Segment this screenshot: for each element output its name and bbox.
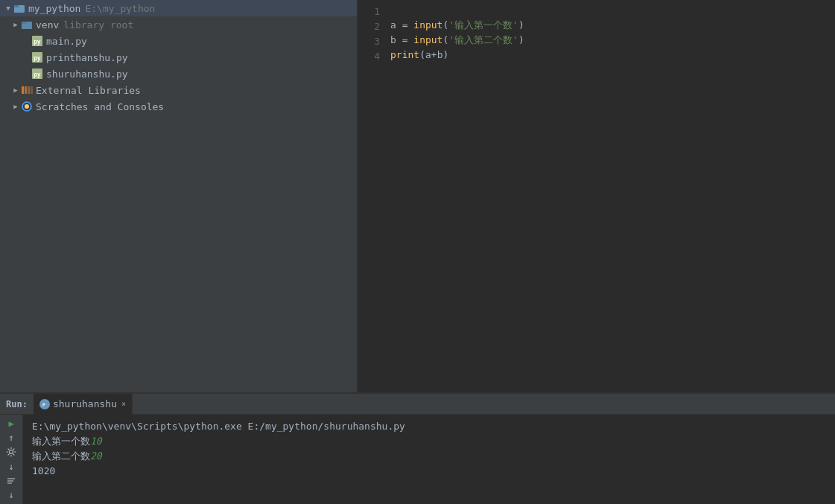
bottom-content: ▶ ↑ ↓ ↓ E:\my_python\venv\Scripts\python… <box>0 415 835 504</box>
scratches-expand-arrow <box>10 101 21 112</box>
project-expand-arrow <box>3 3 13 13</box>
bottom-panel: Run: P shuruhanshu × ▶ ↑ ↓ <box>0 392 835 504</box>
tab-python-icon: P <box>39 399 50 409</box>
svg-rect-3 <box>22 22 26 24</box>
main-label: main.py <box>46 36 87 47</box>
code-punc-4: ) <box>518 33 524 48</box>
editor-content[interactable]: 1 2 3 4 a = input ( '输入第一个数' ) <box>358 0 835 392</box>
scroll-up-button[interactable]: ↑ <box>3 432 19 443</box>
code-line-3: b = input ( '输入第二个数' ) <box>390 33 835 48</box>
scratches-icon <box>21 101 33 112</box>
extlib-icon <box>21 84 33 96</box>
sidebar-item-project[interactable]: my_python E:\my_python <box>0 0 357 16</box>
project-path-label: E:\my_python <box>85 3 155 14</box>
code-punc-6: ) <box>442 48 448 63</box>
code-var-b2: b <box>437 48 443 63</box>
svg-text:py: py <box>34 71 41 78</box>
settings-button[interactable] <box>3 447 19 458</box>
code-punc-3: ( <box>442 33 448 48</box>
wrap-button[interactable] <box>3 475 19 486</box>
venv-sublabel: library root <box>63 19 133 31</box>
line-num-3: 3 <box>358 34 380 49</box>
user-input-1: 10 <box>90 436 102 447</box>
console-input-line-1: 输入第一个数10 <box>32 434 826 449</box>
extlib-label: External Libraries <box>36 85 141 96</box>
sidebar: my_python E:\my_python venv library root… <box>0 0 358 392</box>
svg-rect-10 <box>22 86 24 94</box>
svg-rect-11 <box>25 86 27 94</box>
code-str-1: '输入第一个数' <box>448 18 518 33</box>
run-play-button[interactable]: ▶ <box>3 418 19 429</box>
svg-point-18 <box>10 450 13 454</box>
code-var-a2: a <box>425 48 431 63</box>
svg-text:py: py <box>34 55 41 62</box>
code-punc-5: ( <box>419 48 425 63</box>
code-op-1: = <box>396 18 413 33</box>
extlib-expand-arrow <box>10 85 21 95</box>
code-line-2: a = input ( '输入第一个数' ) <box>390 18 835 33</box>
code-op-2: = <box>396 33 413 48</box>
sidebar-item-scratches[interactable]: Scratches and Consoles <box>0 98 357 115</box>
svg-point-15 <box>25 104 29 109</box>
venv-label: venv <box>36 19 59 31</box>
svg-rect-1 <box>14 5 19 7</box>
run-tab-shuruhanshu[interactable]: P shuruhanshu × <box>34 394 133 415</box>
code-punc-1: ( <box>442 18 448 33</box>
user-input-2: 20 <box>90 450 102 462</box>
svg-text:P: P <box>42 402 45 407</box>
line-num-4: 4 <box>358 49 380 64</box>
line-num-1: 1 <box>358 4 380 19</box>
main-py-icon: py <box>31 35 43 47</box>
pin-button[interactable]: ↓ <box>3 490 19 501</box>
project-folder-icon <box>13 2 25 14</box>
printhanshu-label: printhanshu.py <box>46 52 128 63</box>
code-editor[interactable]: a = input ( '输入第一个数' ) b = input ( '输入第二… <box>387 3 835 392</box>
code-var-b: b <box>390 33 396 48</box>
console-result-line: 1020 <box>32 464 826 479</box>
svg-text:py: py <box>34 39 41 45</box>
run-label: Run: <box>0 399 34 409</box>
code-line-4: print ( a + b ) <box>390 48 835 63</box>
sidebar-item-extlib[interactable]: External Libraries <box>0 82 357 98</box>
code-fn-print: print <box>390 48 419 63</box>
sidebar-item-main[interactable]: py main.py <box>0 33 357 49</box>
code-fn-input-2: input <box>413 33 442 48</box>
run-tab-bar: Run: P shuruhanshu × <box>0 394 835 415</box>
svg-rect-12 <box>28 86 30 94</box>
venv-folder-icon <box>21 19 33 31</box>
console-cmd-line: E:\my_python\venv\Scripts\python.exe E:/… <box>32 419 826 434</box>
console-input-line-2: 输入第二个数20 <box>32 449 826 464</box>
code-punc-2: ) <box>518 18 524 33</box>
tab-name-label: shuruhanshu <box>53 398 117 409</box>
code-line-1 <box>390 3 835 18</box>
tab-close-button[interactable]: × <box>121 400 126 408</box>
line-num-2: 2 <box>358 19 380 34</box>
bottom-toolbar: ▶ ↑ ↓ ↓ <box>0 415 23 504</box>
code-str-2: '输入第二个数' <box>448 33 518 48</box>
svg-rect-13 <box>31 86 33 94</box>
code-fn-input-1: input <box>413 18 442 33</box>
sidebar-item-shuruhanshu[interactable]: py shuruhanshu.py <box>0 66 357 82</box>
shuruhanshu-py-icon: py <box>31 68 43 80</box>
line-numbers: 1 2 3 4 <box>358 3 387 392</box>
code-var-a: a <box>390 18 396 33</box>
project-name-label: my_python <box>28 3 80 14</box>
scroll-down-button[interactable]: ↓ <box>3 461 19 472</box>
main-area: my_python E:\my_python venv library root… <box>0 0 835 392</box>
printhanshu-py-icon: py <box>31 51 43 63</box>
shuruhanshu-label: shuruhanshu.py <box>46 68 128 80</box>
sidebar-item-venv[interactable]: venv library root <box>0 16 357 33</box>
scratches-label: Scratches and Consoles <box>36 101 164 112</box>
code-op-plus: + <box>431 48 437 63</box>
console-output[interactable]: E:\my_python\venv\Scripts\python.exe E:/… <box>23 415 835 504</box>
venv-expand-arrow <box>10 19 21 30</box>
editor-area: 1 2 3 4 a = input ( '输入第一个数' ) <box>358 0 835 392</box>
sidebar-item-printhanshu[interactable]: py printhanshu.py <box>0 49 357 66</box>
